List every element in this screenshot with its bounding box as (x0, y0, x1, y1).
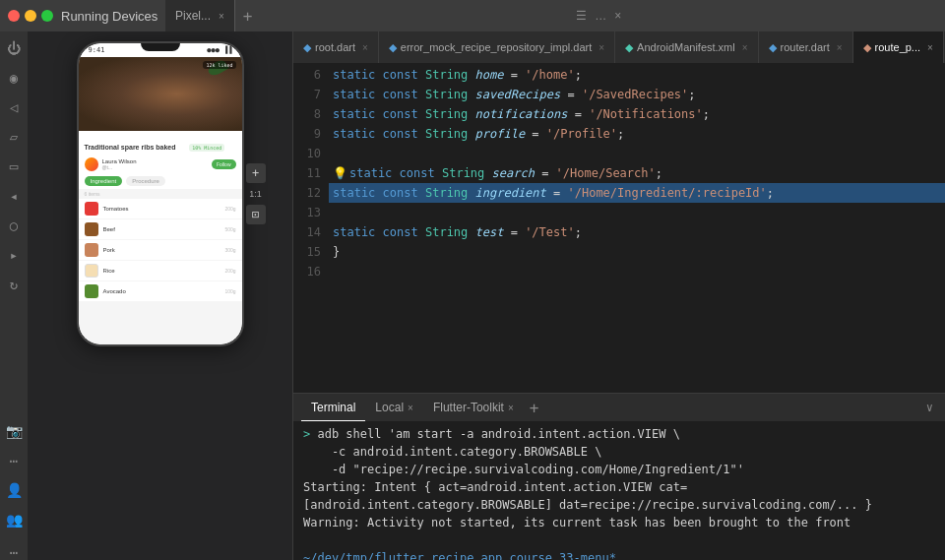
route-p-dot: ◆ (863, 41, 871, 54)
androidmanifest-dot: ◆ (625, 41, 633, 54)
split-right-icon[interactable]: ▭ (3, 156, 25, 177)
router-label: router.dart (781, 41, 830, 53)
more-icon[interactable]: ⋯ (3, 450, 25, 471)
phone-notch (141, 43, 180, 51)
rewind-icon[interactable]: ◂ (3, 185, 25, 207)
route-p-close[interactable]: × (927, 42, 933, 53)
flutter-toolkit-close[interactable]: × (508, 403, 514, 413)
ingredient-item-beef: Beef 500g (79, 219, 242, 239)
ingredient-list: Tomatoes 200g Beef 500g Pork 300g (79, 199, 242, 344)
terminal-line-5: Warning: Activity not started, its curre… (303, 514, 935, 531)
route-p-label: route_p... (875, 41, 920, 53)
title-bar-more-icon[interactable]: … (595, 9, 606, 23)
error-mock-label: error_mock_recipe_repository_impl.dart (401, 41, 592, 53)
volume-icon[interactable]: ◉ (3, 67, 25, 89)
rotate-icon[interactable]: ↻ (3, 274, 25, 295)
terminal-tab-label: Terminal (311, 401, 355, 414)
flutter-toolkit-tab[interactable]: Flutter-Toolkit × (423, 394, 524, 421)
beef-name: Beef (103, 226, 220, 232)
home-btn-icon[interactable]: ○ (3, 215, 25, 236)
phone-screen: 9:41 ●●● ▐▐ 12k liked Traditional spare … (79, 43, 242, 344)
pork-weight: 300g (224, 247, 235, 253)
terminal-line-6 (303, 531, 935, 549)
local-tab[interactable]: Local × (365, 394, 423, 421)
terminal-line-2: -c android.intent.category.BROWSABLE \ (303, 443, 935, 461)
sidebar-icons: ⏻ ◉ ◁ ▱ ▭ ◂ ○ ▸ ↻ 📷 ⋯ 👤 👥 … (0, 31, 28, 560)
terminal-chevron[interactable]: ∨ (922, 401, 937, 414)
router-close[interactable]: × (837, 42, 843, 53)
code-line-15: } (329, 242, 945, 262)
beef-icon (85, 222, 98, 236)
items-label: 6 items (79, 189, 242, 199)
router-dot: ◆ (769, 41, 777, 54)
zoom-label: 1:1 (249, 189, 262, 199)
line-numbers: 6 7 8 9 10 11 12 13 14 15 16 (293, 63, 329, 393)
local-tab-close[interactable]: × (408, 403, 413, 413)
pork-name: Pork (103, 247, 220, 253)
user-avatar (85, 157, 98, 171)
zoom-fit-button[interactable]: ⊡ (246, 205, 266, 224)
close-button[interactable] (8, 10, 20, 22)
tab-error-mock[interactable]: ◆ error_mock_recipe_repository_impl.dart… (379, 31, 615, 63)
flutter-toolkit-label: Flutter-Toolkit (433, 401, 504, 414)
phone-time: 9:41 (89, 46, 105, 54)
minimize-button[interactable] (25, 10, 36, 22)
avocado-name: Avocado (103, 288, 220, 294)
user-row: Laura Wilson @t... Follow (79, 156, 242, 173)
beef-weight: 500g (224, 226, 235, 232)
tomato-weight: 200g (224, 206, 235, 212)
recipe-likes-overlay: 12k liked (203, 61, 235, 69)
forward-icon[interactable]: ▸ (3, 244, 25, 266)
power-icon[interactable]: ⏻ (3, 37, 25, 59)
title-bar-left: Running Devices (8, 9, 165, 24)
tab-pixel-label: Pixel... (175, 9, 211, 23)
split-left-icon[interactable]: ▱ (3, 126, 25, 148)
ingredient-item-pork: Pork 300g (79, 240, 242, 260)
side-controls: + 1:1 ⊡ (246, 163, 266, 224)
code-editor: ◆ root.dart × ◆ error_mock_recipe_reposi… (293, 31, 945, 560)
tab-pixel-close[interactable]: × (219, 11, 224, 22)
recipe-image: 12k liked (79, 57, 242, 131)
terminal-tab[interactable]: Terminal (301, 394, 365, 421)
code-content: 6 7 8 9 10 11 12 13 14 15 16 static cons… (293, 63, 945, 393)
root-close[interactable]: × (362, 42, 368, 53)
tab-pixel[interactable]: Pixel... × (165, 0, 235, 31)
back-icon[interactable]: ◁ (3, 96, 25, 118)
zoom-plus-button[interactable]: + (246, 163, 266, 183)
title-bar: Running Devices Pixel... × + ☰ … × (0, 0, 945, 31)
person-icon[interactable]: 👤 (3, 479, 25, 501)
group-icon[interactable]: 👥 (3, 509, 25, 530)
maximize-button[interactable] (41, 10, 53, 22)
tab-androidmanifest[interactable]: ◆ AndroidManifest.xml × (615, 31, 759, 63)
title-bar-close-icon[interactable]: × (614, 9, 621, 23)
terminal-add-button[interactable]: + (524, 399, 545, 417)
editor-tabs: ◆ root.dart × ◆ error_mock_recipe_reposi… (293, 31, 945, 63)
error-mock-dot: ◆ (389, 41, 397, 54)
error-mock-close[interactable]: × (598, 42, 604, 53)
terminal-line-4: Starting: Intent { act=android.intent.ac… (303, 478, 935, 514)
tomato-name: Tomatoes (103, 206, 220, 212)
tab-root-dart[interactable]: ◆ root.dart × (293, 31, 379, 63)
ingredient-tab[interactable]: Ingredient (85, 176, 123, 186)
running-devices-title: Running Devices (61, 9, 158, 24)
code-line-10 (329, 144, 945, 163)
root-dart-label: root.dart (315, 41, 355, 53)
terminal-area: Terminal Local × Flutter-Toolkit × + ∨ >… (293, 393, 945, 560)
user-sub: @t... (102, 164, 209, 170)
ellipsis-icon[interactable]: … (3, 538, 25, 560)
avocado-icon (85, 284, 98, 298)
title-bar-menu-icon[interactable]: ☰ (576, 9, 587, 23)
screenshot-icon[interactable]: 📷 (3, 420, 25, 442)
tab-router-dart[interactable]: ◆ router.dart × (759, 31, 853, 63)
recipe-info: Traditional spare ribs baked 10% Minced (79, 131, 242, 156)
androidmanifest-close[interactable]: × (742, 42, 748, 53)
follow-button[interactable]: Follow (212, 159, 235, 169)
procedure-tab[interactable]: Procedure (126, 176, 165, 186)
recipe-badge: 10% Minced (189, 144, 224, 152)
tab-add-button[interactable]: + (235, 7, 261, 26)
terminal-line-3: -d "recipe://recipe.survivalcoding.com/H… (303, 461, 935, 478)
window-controls (8, 10, 53, 22)
tab-route-p[interactable]: ◆ route_p... × (853, 31, 944, 63)
code-line-9: static const String profile = '/Profile'… (329, 124, 945, 144)
terminal-tabs: Terminal Local × Flutter-Toolkit × + ∨ (293, 394, 945, 421)
